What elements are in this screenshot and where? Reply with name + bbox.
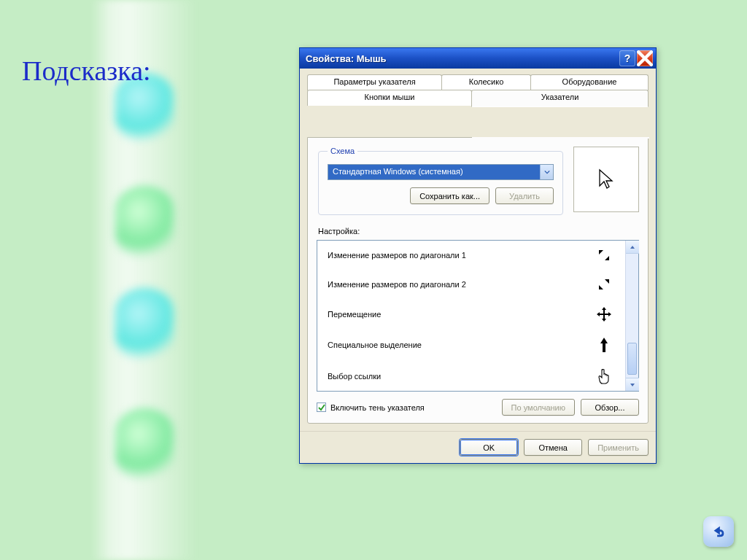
scroll-thumb[interactable]: [627, 343, 637, 375]
list-item[interactable]: Выбор ссылки: [317, 360, 625, 391]
scroll-track[interactable]: [626, 254, 638, 378]
list-item-label: Перемещение: [328, 310, 381, 319]
tabs: Параметры указателя Колесико Оборудовани…: [307, 74, 649, 106]
apply-button: Применить: [588, 439, 649, 456]
save-as-button[interactable]: Сохранить как...: [410, 187, 489, 204]
up-arrow-icon: [593, 337, 615, 353]
scroll-up-button[interactable]: [626, 241, 639, 254]
move-icon: [593, 306, 615, 322]
cursor-list-items: Изменение размеров по диагонали 1 Измене…: [317, 241, 625, 391]
window-title: Свойства: Мышь: [306, 53, 618, 64]
decorative-bead: [115, 408, 174, 481]
tab-hardware[interactable]: Оборудование: [530, 74, 649, 90]
hand-icon: [593, 368, 615, 385]
customize-label: Настройка:: [318, 227, 639, 236]
hint-heading: Подсказка:: [22, 55, 151, 87]
list-item[interactable]: Специальное выделение: [317, 330, 625, 360]
scroll-down-button[interactable]: [626, 378, 639, 391]
mouse-properties-window: Свойства: Мышь ? Параметры указателя Кол…: [299, 47, 657, 464]
delete-button: Удалить: [495, 187, 554, 204]
chevron-down-icon[interactable]: [540, 165, 553, 179]
list-item[interactable]: Перемещение: [317, 299, 625, 330]
list-item[interactable]: Изменение размеров по диагонали 2: [317, 270, 625, 299]
ok-button[interactable]: OK: [460, 439, 518, 456]
browse-button[interactable]: Обзор...: [581, 399, 639, 416]
list-item-label: Изменение размеров по диагонали 1: [328, 251, 466, 260]
tab-pointer-options[interactable]: Параметры указателя: [307, 74, 442, 90]
dialog-button-bar: OK Отмена Применить: [300, 431, 656, 463]
cursor-list[interactable]: Изменение размеров по диагонали 1 Измене…: [317, 240, 639, 392]
check-icon: [318, 404, 325, 411]
arrow-cursor-icon: [597, 168, 616, 190]
help-button[interactable]: ?: [619, 50, 635, 66]
scheme-group: Схема Стандартная Windows (системная) Со…: [318, 147, 563, 215]
pointer-shadow-label: Включить тень указателя: [330, 403, 425, 412]
close-button[interactable]: [637, 50, 653, 66]
tab-pointers[interactable]: Указатели: [471, 90, 649, 107]
return-icon: [711, 524, 727, 540]
scrollbar[interactable]: [625, 241, 638, 391]
defaults-button: По умолчанию: [502, 399, 575, 416]
tab-panel-pointers: Схема Стандартная Windows (системная) Со…: [307, 137, 649, 424]
list-item-label: Специальное выделение: [328, 341, 422, 349]
list-item-label: Изменение размеров по диагонали 2: [328, 280, 466, 289]
tab-buttons[interactable]: Кнопки мыши: [307, 90, 472, 106]
titlebar[interactable]: Свойства: Мышь ?: [300, 48, 656, 69]
scheme-legend: Схема: [328, 147, 357, 155]
list-item-label: Выбор ссылки: [328, 372, 381, 381]
scheme-dropdown[interactable]: Стандартная Windows (системная): [328, 164, 554, 180]
decorative-bead: [115, 186, 174, 259]
tab-wheel[interactable]: Колесико: [441, 74, 531, 90]
return-button[interactable]: [703, 516, 734, 547]
scheme-selected: Стандартная Windows (системная): [328, 165, 540, 179]
list-item[interactable]: Изменение размеров по диагонали 1: [317, 241, 625, 270]
close-icon: [637, 50, 653, 66]
cancel-button[interactable]: Отмена: [524, 439, 582, 456]
pointer-shadow-checkbox[interactable]: [317, 402, 326, 412]
help-icon: ?: [624, 52, 631, 64]
decorative-bead: [115, 288, 174, 361]
resize-nesw-icon: [593, 277, 615, 292]
cursor-preview: [573, 147, 639, 212]
resize-nwse-icon: [593, 248, 615, 262]
